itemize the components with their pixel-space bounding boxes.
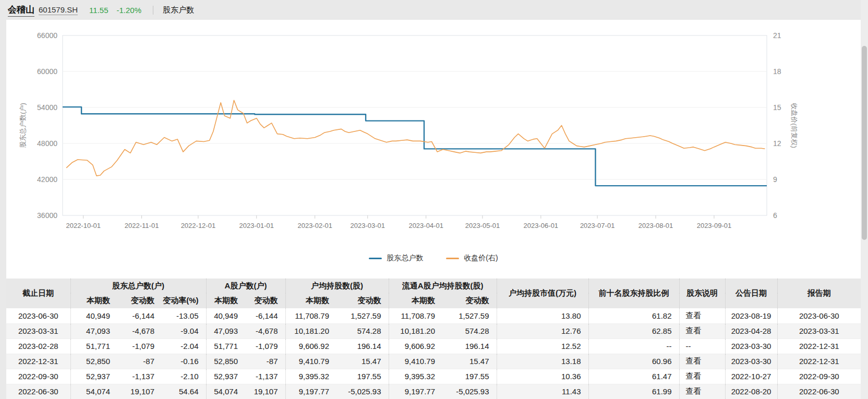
shareholder-count-chart: 6600060000540004800042000360002118151296… [6, 20, 861, 249]
table-cell: 9,395.32 [389, 369, 442, 384]
stock-change-percent: -1.20% [117, 6, 142, 15]
table-cell: 13.80 [497, 308, 588, 323]
axis-label: 36000 [37, 211, 57, 220]
table-cell: 2022-10-27 [725, 369, 777, 384]
table-cell: 2023-08-19 [725, 308, 777, 323]
table-cell: 1,527.59 [442, 308, 497, 323]
table-cell: 2023-03-31 [6, 323, 70, 338]
view-holder-note-link[interactable]: 查看 [686, 326, 702, 335]
table-cell: -4,678 [117, 323, 162, 338]
page-scrollbar[interactable] [861, 0, 868, 399]
sub-header-2-0: 本期数 [285, 293, 336, 308]
sub-header-1-0: 本期数 [206, 293, 245, 308]
col-header-holder-note: 股东说明 [679, 279, 725, 308]
stock-name-link[interactable]: 会稽山 [8, 4, 34, 17]
table-cell: 61.47 [588, 369, 679, 384]
axis-label: 60000 [37, 67, 57, 76]
col-group-a-share-holders: A股户数(户) [206, 279, 285, 293]
table-cell: 51,771 [70, 338, 117, 354]
axis-label: 2023-05-01 [465, 222, 500, 229]
table-cell: 11,708.79 [389, 308, 442, 323]
col-group-avg-shares-per-holder: 户均持股数(股) [285, 279, 389, 293]
table-cell: 2023-04-28 [725, 323, 777, 338]
table-cell: 197.55 [336, 369, 389, 384]
axis-label: 收盘价(前复权) [790, 103, 798, 148]
table-cell: 47,093 [70, 323, 117, 338]
table-cell: 9,410.79 [389, 354, 442, 369]
sub-header-0-0: 本期数 [70, 293, 117, 308]
legend-item-close-price[interactable]: 收盘价(右) [446, 253, 498, 263]
chart-legend: 股东总户数收盘价(右) [6, 251, 861, 265]
sub-header-0-1: 变动数 [117, 293, 162, 308]
legend-swatch-shareholder-count [369, 258, 382, 259]
table-cell: 15.47 [336, 354, 389, 369]
table-cell: -- [588, 338, 679, 354]
axis-label: 2023-04-01 [408, 222, 443, 229]
view-holder-note-link[interactable]: 查看 [686, 386, 702, 395]
table-row: 2022-09-3052,937-1,137-2.1052,937-1,1379… [6, 369, 861, 384]
table-cell: -0.16 [162, 354, 206, 369]
table-cell: -6,144 [117, 308, 162, 323]
table-cell: -87 [245, 354, 285, 369]
table-cell: 查看 [679, 354, 725, 369]
axis-label: 2023-06-01 [524, 222, 559, 229]
table-cell: 11,708.79 [285, 308, 336, 323]
axis-label: 2023-03-01 [351, 222, 385, 229]
table-cell: 1,527.59 [336, 308, 389, 323]
axis-label: 21 [773, 31, 781, 40]
legend-item-shareholder-count[interactable]: 股东总户数 [369, 253, 423, 263]
table-cell: 52,937 [206, 369, 245, 384]
sub-header-3-0: 本期数 [389, 293, 442, 308]
table-cell: 2022-09-30 [6, 369, 70, 384]
table-cell: 2022-09-30 [777, 369, 861, 384]
axis-label: 2023-02-01 [297, 222, 332, 229]
table-cell: 9,395.32 [285, 369, 336, 384]
plot-area [63, 35, 767, 215]
axis-label: 2023-07-01 [580, 222, 615, 229]
col-header-top10-holding-ratio: 前十名股东持股比例 [588, 279, 679, 308]
scrollbar-thumb[interactable] [862, 46, 867, 240]
axis-label: 2023-08-01 [638, 222, 673, 229]
table-cell: -5,025.93 [442, 384, 497, 399]
table-cell: 54,074 [206, 384, 245, 399]
view-holder-note-link[interactable]: 查看 [686, 356, 702, 365]
table-cell: 61.82 [588, 308, 679, 323]
axis-label: 66000 [37, 31, 57, 40]
table-cell: 10,181.20 [389, 323, 442, 338]
table-cell: -13.05 [162, 308, 206, 323]
table-cell: 574.28 [442, 323, 497, 338]
table-row: 2023-06-3040,949-6,144-13.0540,949-6,144… [6, 308, 861, 323]
axis-label: 2022-12-01 [181, 222, 216, 229]
table-cell: 2023-03-30 [725, 338, 777, 354]
table-cell: 11.43 [497, 384, 588, 399]
stock-price: 11.55 [89, 6, 108, 15]
axis-label: 股东总户数(户) [19, 103, 27, 148]
table-cell: 2023-02-28 [6, 338, 70, 354]
sub-header-0-2: 变动率(%) [162, 293, 206, 308]
table-cell: 2022-12-31 [6, 354, 70, 369]
table-cell: 196.14 [336, 338, 389, 354]
table-cell: 9,606.92 [285, 338, 336, 354]
table-cell: 查看 [679, 369, 725, 384]
view-holder-note-link[interactable]: 查看 [686, 371, 702, 380]
view-holder-note-link[interactable]: 查看 [686, 311, 702, 320]
content-panel: 6600060000540004800042000360002118151296… [6, 20, 861, 399]
table-cell: 574.28 [336, 323, 389, 338]
table-cell: 查看 [679, 384, 725, 399]
table-cell: 10,181.20 [285, 323, 336, 338]
table-cell: 查看 [679, 308, 725, 323]
table-cell: -1,137 [117, 369, 162, 384]
axis-label: 15 [773, 103, 781, 112]
axis-label: 2022-11-01 [125, 222, 159, 229]
stock-code-link[interactable]: 601579.SH [39, 5, 78, 15]
col-header-end-date: 截止日期 [6, 279, 70, 308]
axis-label: 2022-10-01 [66, 222, 101, 229]
table-cell: 62.85 [588, 323, 679, 338]
sub-header-3-1: 变动数 [442, 293, 497, 308]
table-cell: 9,410.79 [285, 354, 336, 369]
table-cell: 2022-12-31 [777, 354, 861, 369]
sub-header-2-1: 变动数 [336, 293, 389, 308]
sub-header-1-1: 变动数 [245, 293, 285, 308]
axis-label: 6 [773, 211, 777, 220]
table-cell: 19,107 [117, 384, 162, 399]
